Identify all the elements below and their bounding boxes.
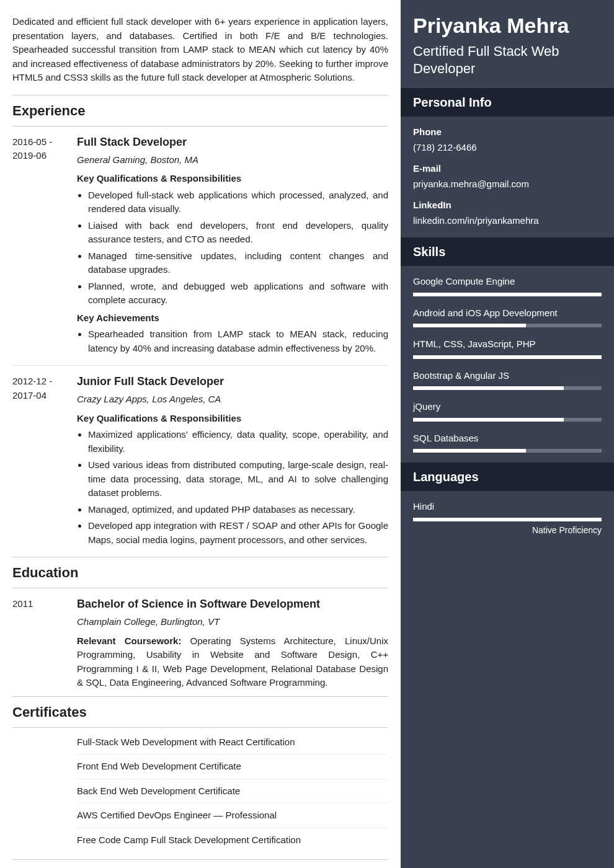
skill-row: jQuery xyxy=(413,400,602,422)
skill-bar xyxy=(413,418,602,422)
skill-bar-fill xyxy=(413,324,526,327)
responsibility-item: Maximized applications' efficiency, data… xyxy=(88,428,388,456)
responsibilities-heading: Key Qualifications & Responsibilities xyxy=(77,172,388,186)
entry-company: General Gaming, Boston, MA xyxy=(77,153,388,167)
certificates-heading: Certificates xyxy=(12,696,388,728)
linkedin-label: LinkedIn xyxy=(413,198,602,213)
skill-name: Android and iOS App Development xyxy=(413,306,602,321)
phone-value: (718) 212-6466 xyxy=(413,141,602,155)
skill-name: HTML, CSS, JavaScript, PHP xyxy=(413,337,602,352)
responsibility-item: Liaised with back end developers, front … xyxy=(88,219,388,247)
skill-row: HTML, CSS, JavaScript, PHP xyxy=(413,337,602,359)
entry-title: Full Stack Developer xyxy=(77,134,388,151)
skill-bar xyxy=(413,293,602,296)
entry-body: Bachelor of Science in Software Developm… xyxy=(77,596,388,690)
skill-bar xyxy=(413,449,602,453)
education-entry: 2011Bachelor of Science in Software Deve… xyxy=(12,588,388,696)
skill-bar-fill xyxy=(413,386,564,390)
skill-row: Android and iOS App Development xyxy=(413,306,602,328)
skill-bar-fill xyxy=(413,355,602,359)
skill-bar xyxy=(413,355,602,359)
experience-entry: 2012-12 - 2017-04Junior Full Stack Devel… xyxy=(12,366,388,557)
entry-body: Full Stack DeveloperGeneral Gaming, Bost… xyxy=(77,134,388,360)
person-role: Certified Full Stack Web Developer xyxy=(413,43,602,77)
certificate-item: AWS Certified DevOps Engineer — Professi… xyxy=(77,804,388,828)
experience-heading: Experience xyxy=(12,95,388,126)
personal-info-heading: Personal Info xyxy=(401,88,614,117)
skill-name: jQuery xyxy=(413,400,602,414)
email-label: E-mail xyxy=(413,162,602,176)
responsibility-item: Managed, optimized, and updated PHP data… xyxy=(88,503,388,517)
entry-date: 2011 xyxy=(12,596,77,690)
responsibility-item: Managed time-sensitive updates, includin… xyxy=(88,249,388,277)
skill-bar-fill xyxy=(413,293,602,296)
responsibility-item: Developed app integration with REST / SO… xyxy=(88,519,388,547)
entry-title: Junior Full Stack Developer xyxy=(77,373,388,390)
main-column: Dedicated and efficient full stack devel… xyxy=(0,0,401,868)
person-name: Priyanka Mehra xyxy=(413,14,602,38)
certificate-item: Free Code Camp Full Stack Development Ce… xyxy=(77,828,388,852)
certificate-item: Back End Web Development Certificate xyxy=(77,779,388,804)
skill-name: SQL Databases xyxy=(413,432,602,446)
entry-date: 2012-12 - 2017-04 xyxy=(12,373,77,551)
responsibility-item: Developed full-stack web applications wh… xyxy=(88,188,388,216)
experience-entry: 2016-05 - 2019-06Full Stack DeveloperGen… xyxy=(12,126,388,366)
skill-bar-fill xyxy=(413,449,526,453)
skill-row: SQL Databases xyxy=(413,432,602,453)
achievement-item: Spearheaded transition from LAMP stack t… xyxy=(88,327,388,355)
education-heading: Education xyxy=(12,557,388,588)
skill-name: Bootstrap & Angular JS xyxy=(413,369,602,383)
email-value: priyanka.mehra@gmail.com xyxy=(413,177,602,192)
entry-title: Bachelor of Science in Software Developm… xyxy=(77,596,388,613)
skill-row: Google Compute Engine xyxy=(413,275,602,296)
entry-company: Crazy Lazy Apps, Los Angeles, CA xyxy=(77,392,388,407)
skill-row: Bootstrap & Angular JS xyxy=(413,369,602,391)
awards-heading: Awards xyxy=(12,859,388,868)
sidebar-column: Priyanka Mehra Certified Full Stack Web … xyxy=(401,0,614,868)
language-row: HindiNative Proficiency xyxy=(413,500,602,537)
skill-bar xyxy=(413,386,602,390)
summary-text: Dedicated and efficient full stack devel… xyxy=(12,15,388,85)
language-name: Hindi xyxy=(413,500,602,514)
responsibilities-heading: Key Qualifications & Responsibilities xyxy=(77,412,388,426)
language-level: Native Proficiency xyxy=(413,524,602,537)
achievements-heading: Key Achievements xyxy=(77,311,388,326)
language-bar xyxy=(413,518,602,521)
entry-date: 2016-05 - 2019-06 xyxy=(12,134,77,360)
certificate-item: Front End Web Development Certificate xyxy=(77,755,388,779)
skill-name: Google Compute Engine xyxy=(413,275,602,289)
skill-bar xyxy=(413,324,602,327)
skill-bar-fill xyxy=(413,418,564,422)
skills-heading: Skills xyxy=(401,237,614,266)
coursework: Relevant Coursework: Operating Systems A… xyxy=(77,634,388,690)
languages-heading: Languages xyxy=(401,463,614,491)
certificate-item: Full-Stack Web Development with React Ce… xyxy=(77,730,388,755)
language-bar-fill xyxy=(413,518,602,521)
phone-label: Phone xyxy=(413,125,602,140)
responsibility-item: Planned, wrote, and debugged web applica… xyxy=(88,280,388,308)
responsibility-item: Used various ideas from distributed comp… xyxy=(88,458,388,500)
entry-school: Champlain College, Burlington, VT xyxy=(77,615,388,629)
linkedin-value: linkedin.com/in/priyankamehra xyxy=(413,214,602,228)
entry-body: Junior Full Stack DeveloperCrazy Lazy Ap… xyxy=(77,373,388,551)
